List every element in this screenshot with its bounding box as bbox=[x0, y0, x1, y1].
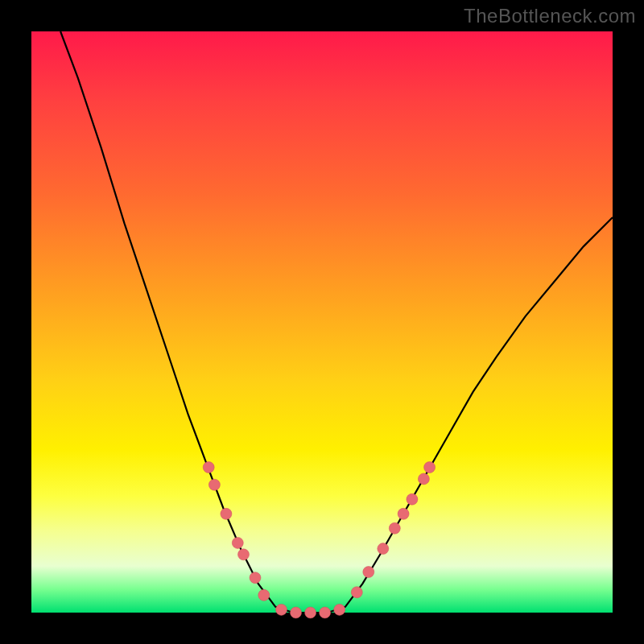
chart-frame: TheBottleneck.com bbox=[0, 0, 644, 644]
plot-area bbox=[31, 31, 613, 613]
curve-marker bbox=[221, 508, 232, 519]
curve-marker bbox=[291, 607, 302, 618]
curve-marker bbox=[258, 589, 270, 601]
curve-marker bbox=[418, 473, 429, 485]
bottleneck-curve-svg bbox=[31, 31, 613, 613]
curve-marker bbox=[398, 508, 409, 519]
curve-marker bbox=[238, 549, 250, 560]
watermark-text: TheBottleneck.com bbox=[464, 5, 636, 27]
curve-marker bbox=[203, 462, 214, 473]
curve-marker bbox=[250, 572, 261, 584]
curve-marker bbox=[320, 607, 331, 618]
curve-marker bbox=[232, 537, 243, 548]
bottleneck-curve bbox=[60, 31, 613, 613]
curve-marker bbox=[208, 479, 220, 490]
curve-marker bbox=[305, 607, 316, 618]
curve-marker bbox=[276, 604, 287, 615]
curve-marker bbox=[334, 604, 345, 615]
curve-markers bbox=[203, 462, 435, 619]
curve-marker bbox=[363, 567, 374, 578]
curve-marker bbox=[424, 462, 436, 473]
curve-marker bbox=[351, 587, 362, 598]
curve-marker bbox=[378, 543, 389, 555]
curve-marker bbox=[389, 522, 400, 534]
curve-marker bbox=[407, 493, 418, 505]
